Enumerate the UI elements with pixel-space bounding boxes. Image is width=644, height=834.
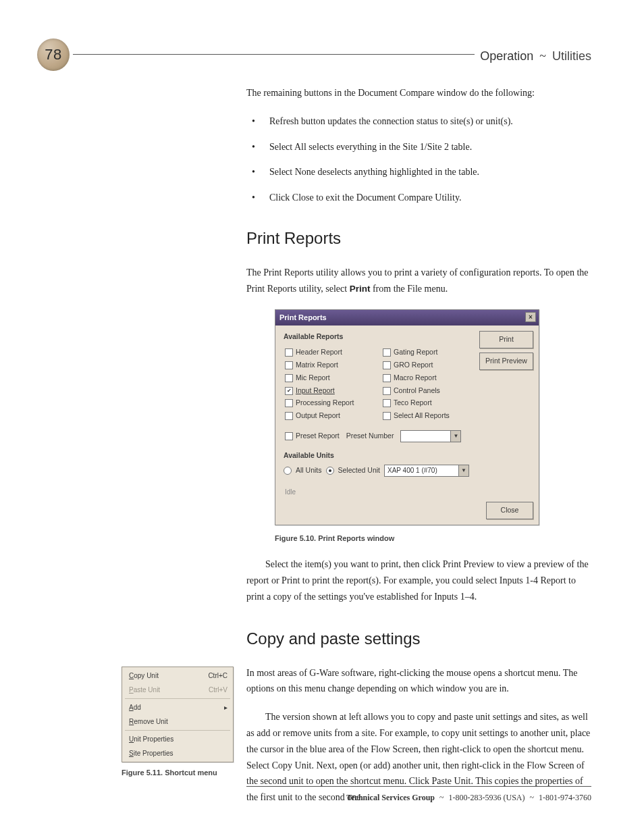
status-idle: Idle: [282, 486, 533, 498]
radio-selected-unit[interactable]: [326, 467, 334, 475]
checkbox-matrix-report[interactable]: Matrix Report: [282, 359, 380, 371]
group-available-units: Available Units: [284, 450, 533, 462]
close-button[interactable]: Close: [486, 502, 533, 519]
checkbox-input-report[interactable]: ✔Input Report: [282, 385, 380, 397]
subsection-name: Utilities: [552, 49, 591, 63]
footer-sep: ~: [527, 793, 537, 802]
radio-all-units-label: All Units: [296, 465, 322, 477]
menu-shortcut: Ctrl+C: [208, 670, 227, 681]
checkbox-teco-report[interactable]: Teco Report: [380, 397, 478, 409]
figure-shortcut-menu: Copy Unit Ctrl+C Paste Unit Ctrl+V Add ▸…: [122, 667, 234, 779]
print-button[interactable]: Print: [479, 331, 533, 348]
checkbox-mic-report[interactable]: Mic Report: [282, 372, 380, 384]
footer-group: Technical Services Group: [346, 793, 435, 802]
menu-divider: [125, 698, 230, 699]
preset-number-label: Preset Number: [346, 430, 394, 442]
chevron-down-icon: ▼: [458, 465, 468, 476]
selected-unit-combo[interactable]: XAP 400 1 (#70) ▼: [384, 465, 469, 477]
window-titlebar: Print Reports ×: [275, 310, 539, 326]
main-content: The remaining buttons in the Document Co…: [246, 85, 591, 818]
heading-print-reports: Print Reports: [246, 225, 591, 253]
section-name: Operation: [480, 49, 533, 63]
chevron-down-icon: ▼: [450, 431, 460, 442]
menu-item-add[interactable]: Add ▸: [122, 700, 233, 714]
footer-rule: [246, 786, 591, 787]
checkbox-header-report[interactable]: Header Report: [282, 346, 380, 359]
page-number-badge: 78: [37, 38, 70, 71]
preset-number-combo[interactable]: ▼: [400, 430, 461, 442]
print-reports-window: Print Reports × Print Print Preview Avai…: [275, 309, 539, 525]
checkbox-macro-report[interactable]: Macro Report: [380, 372, 478, 384]
bullet-item: Click Close to exit the Document Compare…: [246, 190, 591, 206]
copy-p1: In most areas of G-Ware software, right-…: [246, 665, 591, 698]
print-preview-button[interactable]: Print Preview: [479, 353, 533, 370]
checkbox-gating-report[interactable]: Gating Report: [380, 346, 478, 359]
window-title: Print Reports: [279, 311, 327, 324]
footer-phone1: 1-800-283-5936 (USA): [449, 793, 525, 802]
section-sep: ~: [537, 49, 549, 63]
submenu-arrow-icon: ▸: [224, 702, 227, 713]
radio-selected-unit-label: Selected Unit: [338, 465, 380, 477]
heading-copy-paste: Copy and paste settings: [246, 625, 591, 653]
checkbox-control-panels[interactable]: Control Panels: [380, 385, 478, 397]
menu-item-remove-unit[interactable]: Remove Unit: [122, 714, 233, 729]
menu-item-paste-unit: Paste Unit Ctrl+V: [122, 683, 233, 697]
radio-all-units[interactable]: [284, 467, 292, 475]
bullet-item: Select None deselects anything highlight…: [246, 164, 591, 180]
bullet-item: Select All selects everything in the Sit…: [246, 139, 591, 155]
figure-caption-5-10: Figure 5.10. Print Reports window: [275, 532, 591, 545]
menu-divider: [125, 730, 230, 731]
print-after-paragraph: Select the item(s) you want to print, th…: [246, 556, 591, 604]
section-label: Operation ~ Utilities: [475, 46, 591, 67]
footer-phone2: 1-801-974-3760: [539, 793, 591, 802]
print-para-b: from the File menu.: [370, 284, 448, 294]
menu-shortcut: Ctrl+V: [209, 684, 227, 696]
menu-item-copy-unit[interactable]: Copy Unit Ctrl+C: [122, 669, 233, 683]
checkbox-output-report[interactable]: Output Report: [282, 410, 380, 422]
menu-item-unit-properties[interactable]: Unit Properties: [122, 732, 233, 746]
bullet-item: Refresh button updates the connection st…: [246, 113, 591, 130]
print-para-bold: Print: [350, 284, 371, 294]
figure-caption-5-11: Figure 5.11. Shortcut menu: [122, 766, 234, 779]
checkbox-gro-report[interactable]: GRO Report: [380, 359, 478, 371]
shortcut-menu: Copy Unit Ctrl+C Paste Unit Ctrl+V Add ▸…: [122, 667, 234, 762]
intro-paragraph: The remaining buttons in the Document Co…: [246, 85, 591, 101]
print-paragraph: The Print Reports utility allows you to …: [246, 265, 591, 297]
bullet-list: Refresh button updates the connection st…: [246, 113, 591, 206]
footer-sep: ~: [437, 793, 447, 802]
checkbox-select-all-reports[interactable]: Select All Reports: [380, 410, 478, 422]
checkbox-preset-report[interactable]: Preset Report: [285, 430, 340, 442]
checkbox-processing-report[interactable]: Processing Report: [282, 397, 380, 409]
close-icon[interactable]: ×: [525, 312, 536, 322]
footer-text: Technical Services Group ~ 1-800-283-593…: [346, 791, 591, 804]
page-number: 78: [45, 42, 61, 67]
menu-item-site-properties[interactable]: Site Properties: [122, 746, 233, 760]
